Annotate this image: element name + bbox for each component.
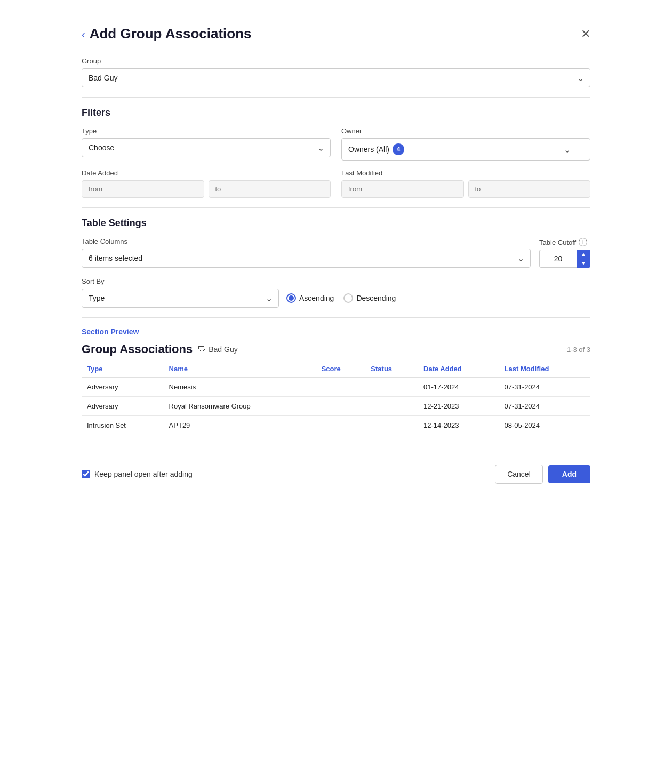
title-row: ‹ Add Group Associations xyxy=(82,26,252,42)
keep-open-checkbox[interactable] xyxy=(82,470,90,478)
date-added-row xyxy=(82,180,331,198)
owner-select-display[interactable]: Owners (All) 4 ⌄ xyxy=(341,138,590,161)
descending-radio[interactable]: Descending xyxy=(343,293,396,303)
sort-section: Sort By Type ⌄ Ascending Descending xyxy=(82,277,590,308)
cell-name: Royal Ransomware Group xyxy=(164,397,316,416)
date-added-field: Date Added xyxy=(82,169,331,198)
group-field: Group Bad Guy ⌄ xyxy=(82,57,590,87)
preview-table-header-row: Type Name Score Status Date Added Last M… xyxy=(82,361,590,378)
last-modified-to-input[interactable] xyxy=(468,180,591,198)
back-button[interactable]: ‹ xyxy=(82,29,85,39)
owner-select-wrap: Owners (All) 4 ⌄ xyxy=(341,138,590,161)
cutoff-info-icon[interactable]: i xyxy=(579,238,587,246)
table-cutoff-field: Table Cutoff i ▲ ▼ xyxy=(539,238,590,268)
group-select[interactable]: Bad Guy xyxy=(82,68,590,87)
cell-type: Adversary xyxy=(82,378,164,397)
keep-open-wrap: Keep panel open after adding xyxy=(82,470,193,478)
col-status: Status xyxy=(365,361,418,378)
col-type: Type xyxy=(82,361,164,378)
owner-arrow: ⌄ xyxy=(564,145,571,155)
sort-label: Sort By xyxy=(82,277,590,285)
cutoff-input-wrap: ▲ ▼ xyxy=(539,250,590,268)
date-added-from-input[interactable] xyxy=(82,180,204,198)
group-select-wrap: Bad Guy ⌄ xyxy=(82,68,590,87)
date-added-label: Date Added xyxy=(82,169,331,177)
col-name: Name xyxy=(164,361,316,378)
cutoff-spinners: ▲ ▼ xyxy=(577,250,590,268)
shield-icon: 🛡 xyxy=(198,345,206,354)
modal-title: Add Group Associations xyxy=(90,26,252,42)
preview-title-wrap: Group Associations 🛡 Bad Guy xyxy=(82,342,238,356)
cell-status xyxy=(365,378,418,397)
sort-row: Type ⌄ Ascending Descending xyxy=(82,289,590,308)
preview-section: Section Preview Group Associations 🛡 Bad… xyxy=(82,327,590,435)
cancel-button[interactable]: Cancel xyxy=(495,465,543,484)
cell-status xyxy=(365,416,418,435)
owner-value-text: Owners (All) xyxy=(348,145,389,154)
keep-open-label: Keep panel open after adding xyxy=(94,470,193,478)
cell-date_added: 12-14-2023 xyxy=(418,416,499,435)
cutoff-down-button[interactable]: ▼ xyxy=(577,259,590,268)
last-modified-row xyxy=(341,180,590,198)
preview-table-head: Type Name Score Status Date Added Last M… xyxy=(82,361,590,378)
cell-name: APT29 xyxy=(164,416,316,435)
last-modified-from-input[interactable] xyxy=(341,180,464,198)
cell-name: Nemesis xyxy=(164,378,316,397)
divider-3 xyxy=(82,317,590,318)
modal-header: ‹ Add Group Associations ✕ xyxy=(82,26,590,42)
table-columns-select-wrap: 6 items selected ⌄ xyxy=(82,249,531,268)
type-label: Type xyxy=(82,127,331,135)
owner-count-badge: 4 xyxy=(393,143,404,155)
last-modified-field: Last Modified xyxy=(341,169,590,198)
sort-select[interactable]: Type xyxy=(82,289,279,308)
footer-buttons: Cancel Add xyxy=(495,465,590,484)
cell-score xyxy=(316,397,366,416)
preview-table: Type Name Score Status Date Added Last M… xyxy=(82,361,590,435)
ascending-radio-dot xyxy=(289,295,294,301)
table-settings-grid: Table Columns 6 items selected ⌄ Table C… xyxy=(82,237,590,268)
cell-last_modified: 07-31-2024 xyxy=(499,378,590,397)
date-added-to-input[interactable] xyxy=(209,180,331,198)
table-cutoff-label: Table Cutoff i xyxy=(539,238,590,246)
cutoff-input[interactable] xyxy=(539,250,577,268)
last-modified-label: Last Modified xyxy=(341,169,590,177)
cutoff-up-button[interactable]: ▲ xyxy=(577,250,590,259)
table-columns-select[interactable]: 6 items selected xyxy=(82,249,531,268)
cell-score xyxy=(316,416,366,435)
divider-1 xyxy=(82,97,590,98)
ascending-radio[interactable]: Ascending xyxy=(286,293,334,303)
cell-last_modified: 08-05-2024 xyxy=(499,416,590,435)
table-columns-field: Table Columns 6 items selected ⌄ xyxy=(82,237,531,268)
add-button[interactable]: Add xyxy=(548,465,590,483)
type-select[interactable]: Choose xyxy=(82,138,331,157)
filters-grid: Type Choose ⌄ Owner Owners (All) 4 ⌄ xyxy=(82,127,590,198)
sort-radio-group: Ascending Descending xyxy=(286,293,396,303)
cell-score xyxy=(316,378,366,397)
divider-2 xyxy=(82,207,590,208)
table-settings-title: Table Settings xyxy=(82,218,590,229)
cell-date_added: 01-17-2024 xyxy=(418,378,499,397)
owner-field: Owner Owners (All) 4 ⌄ xyxy=(341,127,590,161)
group-label: Group xyxy=(82,57,590,65)
footer: Keep panel open after adding Cancel Add xyxy=(82,455,590,484)
table-row: AdversaryNemesis01-17-202407-31-2024 xyxy=(82,378,590,397)
table-row: Intrusion SetAPT2912-14-202308-05-2024 xyxy=(82,416,590,435)
col-date-added: Date Added xyxy=(418,361,499,378)
sort-select-wrap: Type ⌄ xyxy=(82,289,279,308)
col-last-modified: Last Modified xyxy=(499,361,590,378)
filters-section: Filters Type Choose ⌄ Owner Owners (All) xyxy=(82,107,590,198)
cell-type: Adversary xyxy=(82,397,164,416)
preview-title: Group Associations xyxy=(82,342,193,356)
type-select-wrap: Choose ⌄ xyxy=(82,138,331,157)
owner-label: Owner xyxy=(341,127,590,135)
filters-title: Filters xyxy=(82,107,590,118)
ascending-radio-circle xyxy=(286,293,296,303)
cell-type: Intrusion Set xyxy=(82,416,164,435)
preview-group-badge: 🛡 Bad Guy xyxy=(198,345,237,354)
preview-count: 1-3 of 3 xyxy=(567,346,590,354)
preview-header: Group Associations 🛡 Bad Guy 1-3 of 3 xyxy=(82,342,590,356)
close-button[interactable]: ✕ xyxy=(581,28,590,40)
preview-table-body: AdversaryNemesis01-17-202407-31-2024Adve… xyxy=(82,378,590,435)
preview-label: Section Preview xyxy=(82,327,590,336)
col-score: Score xyxy=(316,361,366,378)
